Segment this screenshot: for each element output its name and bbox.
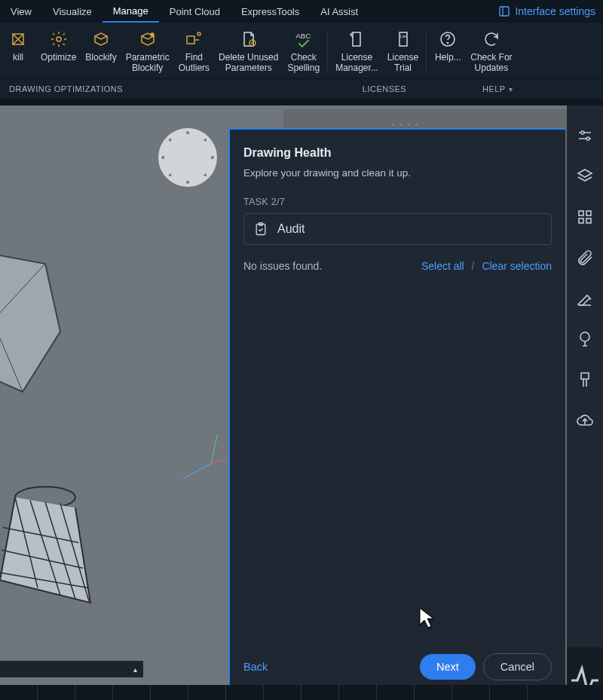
clipboard-check-icon [253, 222, 268, 237]
sliders-icon[interactable] [576, 127, 594, 145]
menu-tabs: View Visualize Manage Point Cloud Expres… [0, 0, 603, 23]
svg-point-10 [448, 42, 448, 43]
svg-rect-0 [500, 7, 509, 16]
cloud-upload-icon[interactable] [576, 411, 594, 429]
gear-icon [48, 29, 69, 50]
clear-selection-link[interactable]: Clear selection [482, 260, 552, 272]
model-geometry [0, 241, 68, 407]
find-outliers-icon [183, 29, 204, 50]
model-wireframe [0, 467, 128, 618]
ribbon-help[interactable]: Help... [430, 26, 466, 78]
svg-point-13 [581, 131, 584, 134]
ribbon-group-help[interactable]: HELP▾ [437, 84, 558, 93]
no-issues-message: No issues found. [243, 260, 322, 272]
ribbon-check-spelling[interactable]: ABC Check Spelling [283, 26, 324, 78]
check-updates-icon [481, 29, 502, 50]
ribbon-check-updates[interactable]: Check For Updates [466, 26, 516, 78]
parametric-blockify-icon [137, 29, 158, 50]
tab-manage[interactable]: Manage [103, 1, 159, 23]
ribbon: kill Optimize Blockify Parametric Blocki… [0, 23, 603, 79]
side-toolbar [567, 105, 603, 700]
tab-ai-assist[interactable]: AI Assist [310, 2, 369, 22]
svg-rect-4 [187, 36, 194, 44]
tab-express-tools[interactable]: ExpressTools [231, 2, 310, 22]
svg-text:ABC: ABC [295, 32, 311, 40]
ribbon-blockify[interactable]: Blockify [81, 26, 121, 78]
svg-rect-16 [586, 211, 591, 216]
svg-point-2 [57, 37, 61, 41]
panel-title: Drawing Health [243, 146, 552, 160]
check-spelling-icon: ABC [293, 29, 314, 50]
blockify-icon [90, 29, 112, 50]
chevron-down-icon: ▾ [509, 85, 513, 93]
eraser-icon[interactable] [576, 289, 594, 307]
svg-point-14 [586, 137, 589, 140]
svg-rect-18 [586, 219, 591, 223]
svg-point-19 [580, 332, 589, 341]
panel-subtitle: Explore your drawing and clean it up. [243, 167, 552, 179]
status-bar [0, 685, 603, 700]
layout-icon [498, 5, 510, 17]
grid-icon[interactable] [576, 208, 594, 226]
next-button[interactable]: Next [420, 654, 476, 680]
ribbon-find-outliers[interactable]: Find Outliers [174, 26, 214, 78]
brush-icon[interactable] [576, 371, 594, 389]
task-counter: TASK 2/7 [243, 197, 552, 207]
delete-unused-icon [238, 29, 259, 50]
license-trial-icon: Lite [393, 29, 414, 50]
ribbon-group-drawing-opt: DRAWING OPTIMIZATIONS [0, 84, 332, 93]
help-icon [437, 29, 458, 50]
svg-point-3 [151, 33, 154, 36]
back-button[interactable]: Back [243, 661, 268, 673]
svg-rect-15 [579, 211, 583, 216]
ribbon-license-manager[interactable]: License Manager... [331, 26, 383, 78]
interface-settings-label: Interface settings [515, 5, 595, 17]
ribbon-separator [426, 30, 427, 74]
balloon-icon[interactable] [576, 330, 594, 348]
ribbon-kill[interactable]: kill [0, 26, 36, 78]
cancel-button[interactable]: Cancel [483, 653, 552, 680]
issues-row: No issues found. Select all / Clear sele… [243, 260, 552, 272]
ribbon-separator [327, 30, 328, 74]
ribbon-license-trial[interactable]: Lite License Trial [383, 26, 423, 78]
task-name: Audit [277, 222, 305, 236]
ribbon-delete-unused[interactable]: Delete Unused Parameters [214, 26, 283, 78]
tab-visualize[interactable]: Visualize [42, 2, 103, 22]
kill-icon [8, 29, 29, 50]
ribbon-optimize[interactable]: Optimize [36, 26, 81, 78]
chevron-up-icon: ▴ [133, 665, 137, 674]
svg-point-5 [197, 32, 200, 35]
select-all-link[interactable]: Select all [421, 260, 464, 272]
license-manager-icon [346, 29, 367, 50]
layers-icon[interactable] [576, 167, 594, 185]
ribbon-group-labels: DRAWING OPTIMIZATIONS LICENSES HELP▾ [0, 79, 603, 99]
command-line[interactable]: ▴ [0, 661, 143, 677]
ribbon-group-licenses: LICENSES [332, 84, 437, 93]
drawing-health-panel: Drawing Health Explore your drawing and … [228, 128, 565, 692]
task-box[interactable]: Audit [243, 213, 552, 245]
svg-rect-17 [579, 219, 583, 223]
tab-view[interactable]: View [0, 2, 42, 22]
svg-text:Lite: Lite [400, 34, 406, 38]
view-compass[interactable] [158, 128, 217, 187]
ribbon-parametric-blockify[interactable]: Parametric Blockify [121, 26, 174, 78]
interface-settings-link[interactable]: Interface settings [498, 5, 603, 17]
tab-point-cloud[interactable]: Point Cloud [159, 2, 231, 22]
svg-marker-11 [0, 249, 60, 392]
paperclip-icon[interactable] [576, 249, 594, 267]
